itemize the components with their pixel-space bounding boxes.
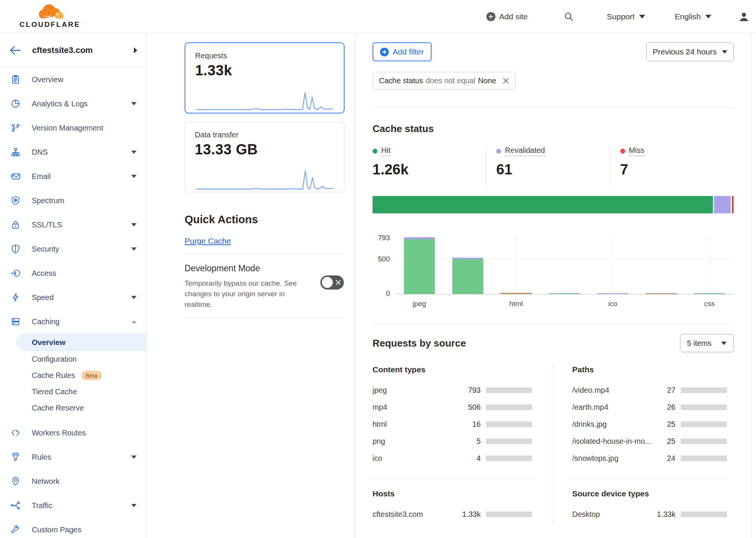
sidebar-item-label: Traffic <box>32 501 52 510</box>
table-row[interactable]: ico 4 <box>373 450 532 467</box>
items-count-dropdown[interactable]: 5 items <box>680 334 734 352</box>
sidebar-item-spectrum[interactable]: Spectrum <box>0 188 146 213</box>
purge-cache-link[interactable]: Purge Cache <box>185 236 231 246</box>
support-label: Support <box>607 12 635 21</box>
search-button[interactable] <box>564 12 574 22</box>
sidebar-item-caching[interactable]: Caching <box>0 309 146 334</box>
row-value: 4 <box>461 454 481 463</box>
table-row[interactable]: /earth.mp4 26 <box>572 399 727 416</box>
x-tick-label: jpeg <box>395 300 444 308</box>
row-label: mp4 <box>373 403 461 412</box>
sidebar: cftestsite3.com Overview Analytics & Log… <box>0 33 147 538</box>
cache-status-chart-plot: 793 500 0 <box>395 238 734 294</box>
sidebar-item-speed[interactable]: Speed <box>0 285 146 309</box>
chart-bar-css <box>685 238 734 294</box>
sidebar-nav: Overview Analytics & Logs Version Manage… <box>0 67 146 538</box>
table-row[interactable]: mp4 506 <box>373 399 532 416</box>
sidebar-item-rules[interactable]: Rules <box>0 445 146 469</box>
sidebar-item-ssl-tls[interactable]: SSL/TLS <box>0 213 146 237</box>
source-device-types-title: Source device types <box>572 489 727 498</box>
table-row[interactable]: /snowtops.jpg 24 <box>572 450 727 467</box>
bar-segment-other <box>501 293 532 294</box>
sidebar-item-overview[interactable]: Overview <box>0 67 146 92</box>
requests-metric-card[interactable]: Requests 1.33k <box>185 42 345 114</box>
subitem-label: Cache Reserve <box>32 404 84 412</box>
miss-label: Miss <box>629 146 644 156</box>
chart-bar-blank <box>637 238 685 294</box>
time-range-dropdown[interactable]: Previous 24 hours <box>646 42 734 61</box>
row-bar-track <box>681 404 727 410</box>
site-name: cftestsite3.com <box>32 45 134 55</box>
subitem-label: Configuration <box>32 355 77 364</box>
bar-segment-hit <box>404 239 435 294</box>
data-transfer-metric-card[interactable]: Data transfer 13.33 GB <box>185 122 345 192</box>
add-filter-button[interactable]: Add filter <box>373 42 432 61</box>
table-row[interactable]: jpeg 793 <box>373 382 532 399</box>
left-source-column: Content types jpeg 793 mp4 506 html 16 <box>373 365 554 523</box>
sidebar-item-traffic[interactable]: Traffic <box>0 493 146 518</box>
plus-circle-icon <box>380 48 389 56</box>
requests-by-source-header: Requests by source 5 items <box>373 334 734 352</box>
add-site-button[interactable]: Add site <box>486 12 528 21</box>
table-row[interactable]: /drinks.jpg 25 <box>572 416 727 433</box>
table-row[interactable]: png 5 <box>373 433 532 450</box>
access-login-icon <box>11 268 20 278</box>
scroll-track[interactable] <box>751 33 751 538</box>
divider <box>373 324 734 324</box>
sidebar-subitem-cache-rules[interactable]: Cache Rules Beta <box>0 367 146 384</box>
quick-actions-title: Quick Actions <box>185 213 345 226</box>
legend-revalidated[interactable]: Revalidated <box>496 146 610 156</box>
sidebar-item-network[interactable]: Network <box>0 469 146 493</box>
sidebar-subitem-configuration[interactable]: Configuration <box>0 351 146 367</box>
sidebar-subitem-tiered-cache[interactable]: Tiered Cache <box>0 384 146 400</box>
table-row[interactable]: html 16 <box>373 416 532 433</box>
cloudflare-logo[interactable]: CLOUDFLARE <box>22 4 78 29</box>
row-bar-track <box>486 404 532 410</box>
sidebar-item-workers-routes[interactable]: Workers Routes <box>0 421 146 445</box>
language-label: English <box>675 12 701 21</box>
stacked-bar-hit-segment <box>373 196 713 213</box>
sidebar-item-label: DNS <box>32 148 48 157</box>
subitem-label: Overview <box>32 338 65 347</box>
chevron-down-icon <box>131 456 137 459</box>
table-row[interactable]: /isolated-house-in-mo... 25 <box>572 433 727 450</box>
sidebar-item-email[interactable]: Email <box>0 164 146 188</box>
language-menu[interactable]: English <box>675 12 711 21</box>
site-selector[interactable]: cftestsite3.com <box>0 33 146 67</box>
cloudflare-cloud-icon <box>32 4 68 20</box>
cache-status-stats: Hit 1.26k Revalidated 61 Miss <box>373 146 734 188</box>
row-bar-track <box>681 456 727 461</box>
row-label: ico <box>373 454 461 463</box>
sidebar-item-version-management[interactable]: Version Management <box>0 116 146 140</box>
support-menu[interactable]: Support <box>607 12 646 21</box>
row-label: png <box>373 437 461 446</box>
row-value: 506 <box>461 403 481 412</box>
row-label: Desktop <box>572 510 656 519</box>
sidebar-item-dns[interactable]: DNS <box>0 140 146 164</box>
sidebar-item-access[interactable]: Access <box>0 261 146 285</box>
table-row[interactable]: /video.mp4 27 <box>572 382 727 399</box>
requests-by-source-columns: Content types jpeg 793 mp4 506 html 16 <box>373 365 734 523</box>
chevron-down-icon <box>131 102 137 106</box>
account-button[interactable] <box>739 11 749 22</box>
legend-miss[interactable]: Miss <box>620 146 734 156</box>
sidebar-item-security[interactable]: Security <box>0 237 146 261</box>
legend-hit[interactable]: Hit <box>373 146 486 156</box>
sidebar-item-custom-pages[interactable]: Custom Pages <box>0 518 146 538</box>
development-mode-toggle[interactable] <box>320 275 344 289</box>
filter-chip[interactable]: Cache status does not equal None <box>373 72 516 90</box>
x-tick-label <box>540 300 589 308</box>
back-arrow-icon[interactable] <box>9 45 21 55</box>
stat-revalidated: Revalidated 61 <box>486 146 610 188</box>
table-row[interactable]: Desktop 1.33k <box>572 506 727 523</box>
sidebar-item-analytics-logs[interactable]: Analytics & Logs <box>0 92 146 116</box>
x-tick-label: css <box>685 300 734 308</box>
table-row[interactable]: cftestsite3.com 1.33k <box>373 506 532 523</box>
chart-bar-ico <box>588 238 637 294</box>
sidebar-subitem-cache-reserve[interactable]: Cache Reserve <box>0 400 146 416</box>
remove-filter-icon[interactable] <box>502 77 509 84</box>
chevron-down-icon <box>639 15 645 19</box>
row-value: 25 <box>656 437 675 446</box>
chevron-right-icon[interactable] <box>134 47 137 53</box>
sidebar-subitem-caching-overview[interactable]: Overview <box>16 334 146 351</box>
